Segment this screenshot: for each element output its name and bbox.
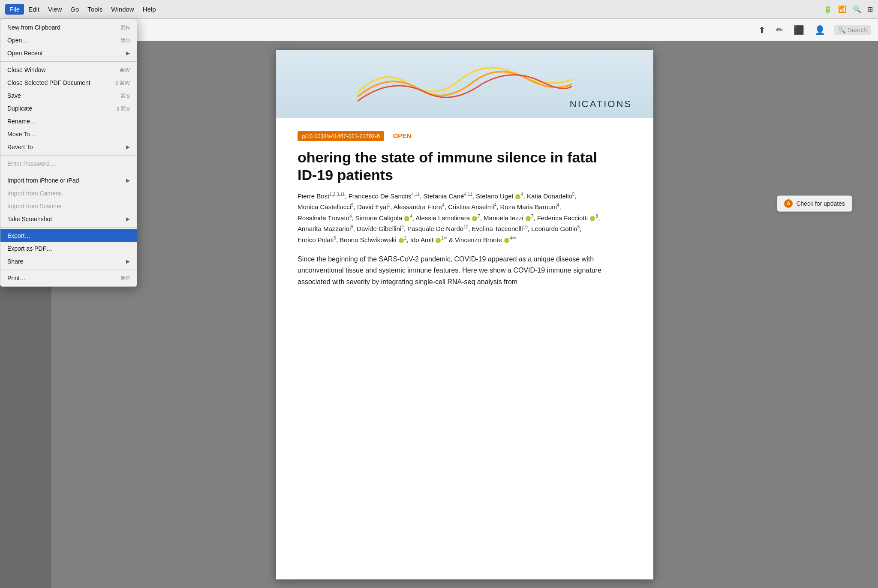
menu-import-scanner: Import from Scanner… [0,200,137,213]
paper-title: ohering the state of immune silence in f… [298,149,632,184]
markup-button[interactable]: ✏ [774,23,785,37]
menu-help[interactable]: Help [138,4,160,15]
menu-duplicate[interactable]: Duplicate ⇧⌘S [0,102,137,115]
battery-icon: 🔋 [824,5,832,13]
doi-badge: g/10.1038/s41467-021-21702-6 [298,131,384,141]
menu-open[interactable]: Open… ⌘O [0,34,137,47]
search-icon[interactable]: 🔍 [853,5,861,13]
divider-1 [0,61,137,62]
menu-edit[interactable]: Edit [24,4,44,15]
journal-name: NICATIONS [570,99,632,110]
menu-move-to[interactable]: Move To… [0,128,137,141]
menu-export-pdf[interactable]: Export as PDF… [0,242,137,255]
menu-rename[interactable]: Rename… [0,115,137,128]
open-badge: OPEN [393,132,412,139]
search-icon: 🔍 [838,27,845,33]
divider-2 [0,155,137,156]
wifi-icon: 📶 [838,5,847,13]
menu-new-clipboard[interactable]: New from Clipboard ⌘N [0,21,137,34]
menu-revert-to[interactable]: Revert To ▶ [0,141,137,153]
menu-print[interactable]: Print… ⌘P [0,272,137,285]
menu-window[interactable]: Window [107,4,138,15]
menu-close-pdf[interactable]: Close Selected PDF Document ⇧⌘W [0,76,137,89]
pdf-body: g/10.1038/s41467-021-21702-6 OPEN oherin… [276,118,653,300]
search-placeholder: Search [848,27,867,33]
journal-waves-svg [358,58,572,110]
menu-share[interactable]: Share ▶ [0,255,137,268]
menu-file[interactable]: File [5,4,24,15]
menu-export[interactable]: Export… [0,229,137,242]
contact-button[interactable]: 👤 [813,23,827,37]
divider-5 [0,270,137,270]
menu-open-recent[interactable]: Open Recent ▶ [0,47,137,60]
menubar: File Edit View Go Tools Window Help 🔋 📶 … [0,0,878,19]
menubar-right: 🔋 📶 🔍 ⊞ [824,5,873,13]
menu-view[interactable]: View [44,4,66,15]
menu-close-window[interactable]: Close Window ⌘W [0,63,137,76]
abstract-text: Since the beginning of the SARS-CoV-2 pa… [298,254,632,288]
pdf-page: NICATIONS g/10.1038/s41467-021-21702-6 O… [276,50,653,579]
authors-list: Pierre Bost1,2,3,11, Francesco De Sancti… [298,191,632,246]
menu-go[interactable]: Go [66,4,83,15]
pdf-header: NICATIONS [276,50,653,118]
sidebar-button[interactable]: ⬛ [792,23,806,37]
pdf-area: A Check for updates NICATIONS [51,41,878,588]
article-meta: g/10.1038/s41467-021-21702-6 OPEN [298,131,632,141]
menu-import-iphone[interactable]: Import from iPhone or iPad ▶ [0,174,137,187]
control-icon[interactable]: ⊞ [867,5,873,13]
menu-save[interactable]: Save ⌘S [0,89,137,102]
update-icon: A [784,199,793,208]
check-updates-label: Check for updates [796,200,845,207]
file-dropdown-menu: New from Clipboard ⌘N Open… ⌘O Open Rece… [0,19,137,287]
menu-take-screenshot[interactable]: Take Screenshot ▶ [0,213,137,225]
divider-4 [0,227,137,228]
menu-enter-password: Enter Password… [0,157,137,170]
check-updates-button[interactable]: A Check for updates [777,195,852,212]
divider-3 [0,172,137,172]
menu-tools[interactable]: Tools [83,4,107,15]
share-button[interactable]: ⬆ [757,23,767,37]
search-box[interactable]: 🔍 Search [834,25,871,35]
menu-import-camera: Import from Camera… [0,187,137,200]
